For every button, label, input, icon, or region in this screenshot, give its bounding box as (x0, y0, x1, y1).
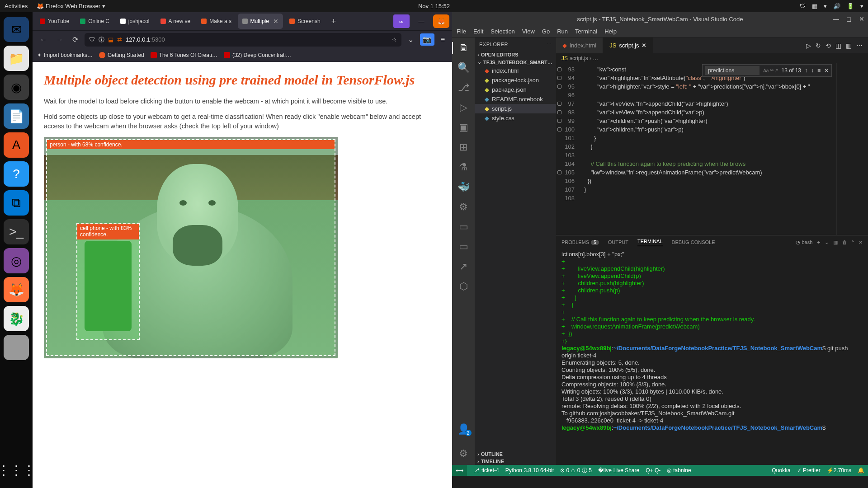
more-icon-1[interactable]: ▭ (459, 221, 468, 233)
remote-indicator[interactable]: ⟷ (452, 465, 467, 476)
dock-app1[interactable]: 🐉 (4, 306, 29, 331)
more-icon-2[interactable]: ▭ (459, 241, 468, 253)
panel-tab-output[interactable]: OUTPUT (608, 239, 628, 245)
run-icon[interactable]: ▷ (806, 42, 811, 49)
bookmark-tones[interactable]: The 6 Tones Of Creati… (151, 52, 217, 58)
more-icon[interactable]: ⋯ (547, 42, 552, 47)
maximize-icon[interactable]: ◻ (846, 15, 852, 23)
dock-thunderbird[interactable]: ✉ (4, 17, 29, 42)
extension-icon[interactable]: ∞ (393, 14, 410, 28)
maximize-panel-icon[interactable]: ^ (852, 239, 854, 245)
breadcrumb[interactable]: JS script.js › … (556, 53, 868, 63)
status-quokka[interactable]: Quokka (772, 467, 790, 474)
menu-selection[interactable]: Selection (491, 28, 514, 35)
find-next-icon[interactable]: ↓ (811, 67, 814, 74)
menu-button[interactable]: ≡ (438, 34, 448, 46)
menu-view[interactable]: View (522, 28, 535, 35)
dock-tor[interactable]: ◎ (4, 248, 29, 273)
file-package-json[interactable]: ◆ package.json (475, 85, 556, 94)
minimize-icon[interactable]: — (833, 15, 839, 23)
compare-icon[interactable]: ⟲ (826, 42, 831, 49)
dock-firefox[interactable]: 🦊 (4, 277, 29, 302)
forward-button[interactable]: → (53, 34, 66, 46)
activities-button[interactable]: Activities (5, 3, 28, 9)
menu-edit[interactable]: Edit (473, 28, 483, 35)
panel-tab-terminal[interactable]: TERMINAL (637, 239, 663, 246)
terminal-dropdown-icon[interactable]: ⌄ (825, 239, 829, 245)
code-editor[interactable]: 9394959697989910010110210310410510610710… (556, 63, 868, 235)
gear-icon[interactable]: ⚙ (459, 201, 468, 213)
find-close-icon[interactable]: ✕ (824, 67, 829, 74)
file-index-html[interactable]: ◆ index.html (475, 66, 556, 75)
file-package-lock-json[interactable]: ◆ package-lock.json (475, 75, 556, 85)
dock-software[interactable]: A (4, 132, 29, 158)
dock-app2[interactable] (4, 335, 29, 360)
file-README-notebook[interactable]: ◆ README.notebook (475, 94, 556, 104)
status-q[interactable]: Q+ Q- (646, 467, 660, 474)
remote-icon[interactable]: ▣ (459, 122, 468, 133)
dock-vscode[interactable]: ⧉ (4, 190, 29, 216)
split-icon[interactable]: ▥ (846, 42, 852, 49)
browser-tab[interactable]: Online C (75, 14, 114, 29)
status-python[interactable]: Python 3.8.10 64-bit (505, 467, 554, 474)
browser-tab[interactable]: YouTube (35, 14, 74, 29)
project-section[interactable]: ⌄ TFJS_NOTEBOOK_SMART… (475, 58, 556, 66)
menu-file[interactable]: File (457, 28, 466, 35)
find-widget[interactable]: Aa ᴬᵇ .* 13 of 13 ↑ ↓ ≡ ✕ (702, 64, 832, 77)
close-panel-icon[interactable]: ✕ (859, 239, 863, 245)
split-terminal-icon[interactable]: ▥ (833, 239, 838, 245)
active-app[interactable]: 🦊 Firefox Web Browser ▾ (37, 3, 105, 9)
minimize-button[interactable]: — (413, 14, 429, 28)
new-tab-button[interactable]: + (327, 17, 341, 26)
dock-terminal[interactable]: >_ (4, 219, 29, 244)
reload-button[interactable]: ⟳ (70, 33, 81, 46)
camera-icon[interactable]: 📷 (420, 33, 434, 46)
panel-tab-debug[interactable]: DEBUG CONSOLE (672, 239, 715, 245)
timeline-section[interactable]: › TIMELINE (475, 458, 556, 465)
account-icon[interactable]: 👤2 (458, 423, 470, 435)
status-bell-icon[interactable]: 🔔 (858, 467, 864, 474)
minimap[interactable] (836, 63, 868, 235)
status-branch[interactable]: ⎇ ticket-4 (473, 467, 499, 474)
run-debug-icon[interactable]: ▷ (460, 102, 467, 113)
new-terminal-icon[interactable]: + (817, 239, 820, 245)
url-bar[interactable]: 🛡 ⓘ ⬓ ⇄ 127.0.0.1:5300 ☆ (85, 33, 401, 47)
browser-tab[interactable]: Screensh (285, 14, 325, 29)
bookmark-getting-started[interactable]: Getting Started (99, 52, 144, 58)
outline-section[interactable]: › OUTLINE (475, 450, 556, 458)
browser-tab[interactable]: Multiple✕ (238, 14, 283, 29)
menu-go[interactable]: Go (542, 28, 550, 35)
settings-icon[interactable]: ⚙ (459, 448, 468, 460)
diff-icon[interactable]: ◫ (835, 42, 841, 49)
panel-tab-problems[interactable]: PROBLEMS5 (561, 239, 599, 245)
status-diagnostics[interactable]: ⊗ 0 ⚠ 0 ⓘ 5 (560, 467, 592, 474)
bookmark-import[interactable]: ✦ Import bookmarks… (37, 52, 93, 58)
dock-rhythmbox[interactable]: ◉ (4, 75, 29, 100)
cube-icon[interactable]: ⬡ (459, 281, 468, 292)
dock-help[interactable]: ? (4, 161, 29, 187)
extensions-icon[interactable]: ⊞ (459, 141, 467, 153)
open-editors-section[interactable]: › OPEN EDITORS (475, 51, 556, 58)
close-icon[interactable]: ✕ (859, 15, 864, 23)
status-tabnine[interactable]: ◎ tabnine (667, 467, 691, 474)
bookmark-star-icon[interactable]: ☆ (392, 36, 397, 43)
file-script-js[interactable]: ◆ script.js (475, 104, 556, 113)
share-icon[interactable]: ↗ (459, 261, 467, 272)
system-menu-icon[interactable]: ▾ (860, 3, 863, 9)
kill-terminal-icon[interactable]: 🗑 (842, 239, 847, 245)
terminal-shell-icon[interactable]: ◔ bash (796, 239, 812, 245)
status-perf[interactable]: ⚡2.70ms (827, 467, 851, 474)
terminal-output[interactable]: ictions[n].bbox[3] + "px;"++ liveView.ap… (556, 249, 868, 465)
tab-script-js[interactable]: JSscript.js ✕ (603, 38, 653, 53)
browser-tab[interactable]: Make a s (197, 14, 236, 29)
clock[interactable]: Nov 1 15:52 (418, 3, 450, 9)
status-prettier[interactable]: ✓ Prettier (797, 467, 821, 474)
find-prev-icon[interactable]: ↑ (805, 67, 807, 74)
more-editor-icon[interactable]: ⋯ (856, 42, 863, 49)
tab-index-html[interactable]: ◆index.html (556, 38, 603, 53)
dock-files[interactable]: 📁 (4, 46, 29, 71)
testing-icon[interactable]: ⚗ (459, 161, 468, 173)
bookmark-deep[interactable]: (32) Deep Concentrati… (224, 52, 291, 58)
browser-tab[interactable]: joshjacol (116, 14, 154, 29)
search-icon[interactable]: 🔍 (458, 62, 470, 74)
